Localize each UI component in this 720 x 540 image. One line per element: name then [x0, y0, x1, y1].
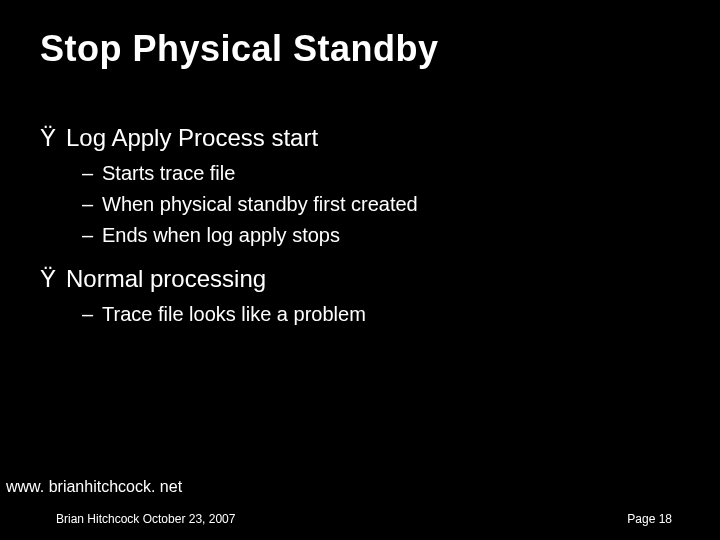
bullet-text: When physical standby first created — [102, 193, 418, 215]
bullet-text: Ends when log apply stops — [102, 224, 340, 246]
bullet-level1: ŸLog Apply Process start — [40, 124, 680, 152]
slide-title: Stop Physical Standby — [40, 28, 439, 70]
bullet-text: Normal processing — [66, 265, 266, 292]
bullet-level2: –Starts trace file — [102, 160, 680, 187]
dash-icon: – — [82, 191, 102, 218]
bullet-text: Log Apply Process start — [66, 124, 318, 151]
bullet-text: Trace file looks like a problem — [102, 303, 366, 325]
dash-icon: – — [82, 160, 102, 187]
footer-page-number: Page 18 — [627, 512, 672, 526]
bullet-level1: ŸNormal processing — [40, 265, 680, 293]
dash-icon: – — [82, 222, 102, 249]
slide-content: ŸLog Apply Process start –Starts trace f… — [40, 120, 680, 332]
bullet-marker-icon: Ÿ — [40, 124, 66, 152]
footer-author-date: Brian Hitchcock October 23, 2007 — [56, 512, 235, 526]
dash-icon: – — [82, 301, 102, 328]
bullet-level2: –Ends when log apply stops — [102, 222, 680, 249]
footer-url: www. brianhitchcock. net — [6, 478, 182, 496]
bullet-marker-icon: Ÿ — [40, 265, 66, 293]
bullet-level2: –When physical standby first created — [102, 191, 680, 218]
slide: Stop Physical Standby ŸLog Apply Process… — [0, 0, 720, 540]
bullet-level2: –Trace file looks like a problem — [102, 301, 680, 328]
bullet-text: Starts trace file — [102, 162, 235, 184]
